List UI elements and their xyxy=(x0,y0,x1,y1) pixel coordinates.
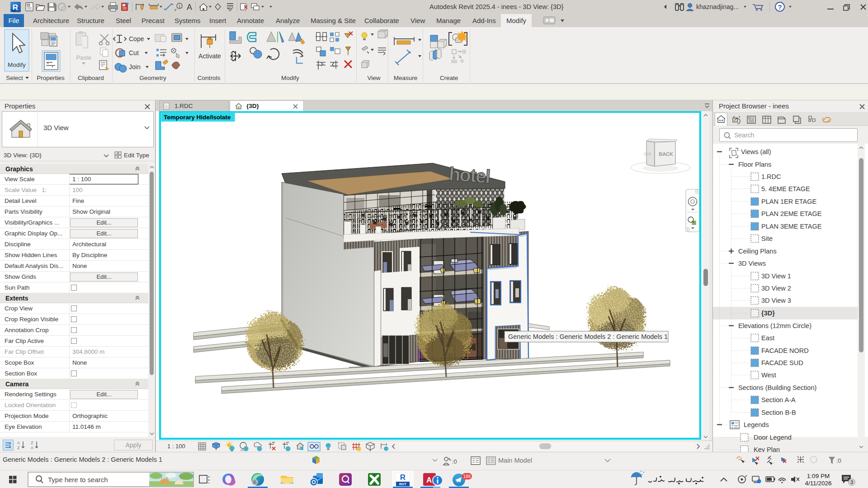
svg-text::0: :0 xyxy=(452,458,457,465)
svg-text:khaznadjinag...: khaznadjinag... xyxy=(696,3,739,10)
svg-text:Select: Select xyxy=(6,75,23,81)
svg-text:Legends: Legends xyxy=(744,421,769,428)
svg-text:RVT: RVT xyxy=(399,482,406,486)
svg-text:R: R xyxy=(400,473,406,482)
svg-text:Section B-B: Section B-B xyxy=(761,409,796,416)
svg-text:RIG: RIG xyxy=(644,152,651,156)
svg-text:Join: Join xyxy=(129,63,141,70)
svg-text:PLAN 3EME ETAGE: PLAN 3EME ETAGE xyxy=(761,223,822,230)
svg-text:Floor Plans: Floor Plans xyxy=(738,161,771,168)
svg-text:East: East xyxy=(761,334,774,342)
svg-text:Properties: Properties xyxy=(37,75,65,81)
svg-text:FACADE NORD: FACADE NORD xyxy=(761,347,809,354)
svg-text:Elevations (12mm Circle): Elevations (12mm Circle) xyxy=(738,322,811,329)
svg-text:4/11/2026: 4/11/2026 xyxy=(805,480,831,487)
svg-text:Geometry: Geometry xyxy=(139,75,166,81)
svg-text:Sections (Building Section): Sections (Building Section) xyxy=(738,384,816,391)
svg-text:PLAN 2EME ETAGE: PLAN 2EME ETAGE xyxy=(761,210,822,217)
svg-text::0: :0 xyxy=(836,457,841,464)
svg-text:A: A xyxy=(17,441,20,445)
svg-text:Paste: Paste xyxy=(76,54,91,61)
svg-text:Temporary Hide/Isolate: Temporary Hide/Isolate xyxy=(164,114,231,121)
svg-text:?: ? xyxy=(778,3,782,11)
svg-text:186: 186 xyxy=(463,474,471,479)
svg-text:BACK: BACK xyxy=(659,151,673,157)
svg-text:3D View 1: 3D View 1 xyxy=(761,272,791,280)
svg-text:Z: Z xyxy=(31,441,33,445)
svg-text:Clipboard: Clipboard xyxy=(78,75,104,81)
svg-text:A: A xyxy=(31,446,33,450)
svg-text:View: View xyxy=(367,75,380,81)
svg-text:Views (all): Views (all) xyxy=(741,148,771,155)
svg-text:Controls: Controls xyxy=(198,75,221,81)
svg-text:Key Plan: Key Plan xyxy=(754,446,780,452)
svg-text:3D View 2: 3D View 2 xyxy=(761,285,791,292)
svg-text:Door Legend: Door Legend xyxy=(754,434,792,441)
svg-text:A: A xyxy=(426,476,432,484)
svg-text:Cope: Cope xyxy=(129,35,144,42)
svg-text:Create: Create xyxy=(440,75,458,81)
svg-text:5. 4EME ETAGE: 5. 4EME ETAGE xyxy=(761,185,810,192)
svg-text:Activate: Activate xyxy=(198,52,221,60)
svg-text:1:09 PM: 1:09 PM xyxy=(807,473,830,479)
svg-text:{3D}: {3D} xyxy=(761,310,775,317)
svg-text:1: 1 xyxy=(178,4,180,9)
svg-text:Modify: Modify xyxy=(8,61,26,68)
svg-text:Z: Z xyxy=(17,446,20,450)
svg-text:West: West xyxy=(761,371,776,379)
svg-text:Site: Site xyxy=(761,235,773,242)
svg-text:Measure: Measure xyxy=(394,75,418,81)
svg-text:hotel: hotel xyxy=(448,163,490,187)
svg-text:FACADE SUD: FACADE SUD xyxy=(761,359,803,366)
svg-text:Modify: Modify xyxy=(281,75,299,81)
svg-text:Type here to search: Type here to search xyxy=(48,476,108,483)
svg-text:3D View 3: 3D View 3 xyxy=(761,297,791,304)
svg-text:PLAN 1ER ETAGE: PLAN 1ER ETAGE xyxy=(761,198,817,205)
svg-text:Generic Models : Generic Model: Generic Models : Generic Models 2 : Gene… xyxy=(508,333,668,340)
svg-text:R: R xyxy=(13,3,18,12)
svg-text:A: A xyxy=(187,3,192,12)
svg-text:3: 3 xyxy=(850,479,853,485)
svg-text:1.RDC: 1.RDC xyxy=(761,173,781,180)
svg-text:Cut: Cut xyxy=(129,49,139,56)
svg-text:Section A-A: Section A-A xyxy=(761,396,796,404)
svg-text:3D Views: 3D Views xyxy=(738,260,766,267)
svg-text:Ceiling Plans: Ceiling Plans xyxy=(738,248,777,255)
